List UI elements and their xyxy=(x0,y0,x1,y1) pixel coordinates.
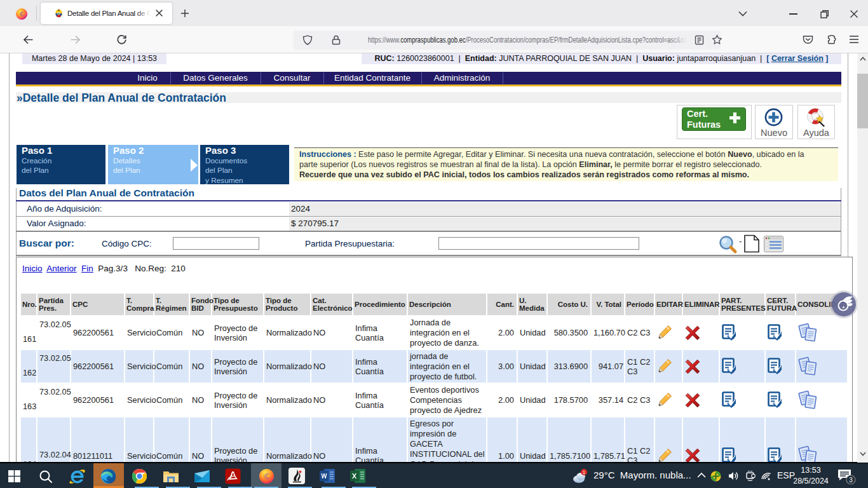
svg-text:3: 3 xyxy=(849,477,853,484)
svg-text:1: 1 xyxy=(583,470,586,475)
